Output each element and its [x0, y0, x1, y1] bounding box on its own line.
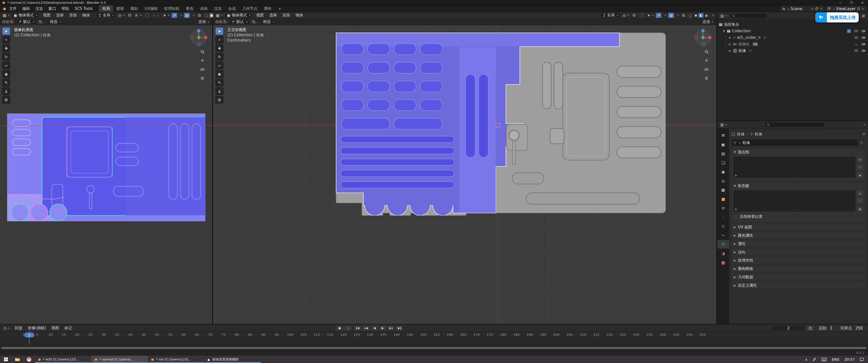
- tool-button[interactable]: ↻: [2, 53, 10, 61]
- collapsed-panel[interactable]: ▶ 重构网格 ····: [732, 265, 866, 272]
- add-shape-key-button[interactable]: ＋: [857, 190, 864, 197]
- gizmo-dropdown[interactable]: [662, 13, 667, 18]
- panel-grip-icon[interactable]: ····: [859, 234, 863, 237]
- outliner-search[interactable]: [730, 13, 768, 19]
- tool-button[interactable]: ⊞: [215, 96, 223, 104]
- snap-magnet-icon[interactable]: [127, 13, 133, 18]
- copy-icon[interactable]: [815, 7, 818, 10]
- breadcrumb-data[interactable]: 柱体: [755, 132, 762, 137]
- timeline-menu-item[interactable]: 抠像(插帧): [25, 325, 49, 331]
- panel-grip-icon[interactable]: ····: [859, 242, 863, 245]
- expand-icon[interactable]: ▶: [728, 43, 732, 45]
- show-object-types-dropdown[interactable]: ➤: [162, 13, 170, 18]
- ortho-toggle-icon[interactable]: ⊞: [703, 75, 710, 81]
- outliner-row-camera[interactable]: ▶ 摄像机: [719, 41, 868, 47]
- pivot-dropdown[interactable]: ◎: [621, 13, 630, 18]
- expand-icon[interactable]: ▶: [734, 234, 736, 237]
- breadcrumb-object[interactable]: 柱体: [737, 132, 745, 137]
- expand-icon[interactable]: ▶: [734, 284, 736, 287]
- menu-item[interactable]: 帮助: [59, 6, 72, 11]
- tool-button[interactable]: ∡: [215, 87, 223, 95]
- pan-icon[interactable]: ✛: [199, 57, 206, 64]
- gizmo-dropdown[interactable]: [178, 13, 183, 18]
- vertex-groups-panel-header[interactable]: ▼ 顶点组 ····: [732, 149, 866, 156]
- tool-button[interactable]: ⊞: [2, 96, 10, 104]
- panel-grip-icon[interactable]: ····: [859, 259, 863, 262]
- taskbar-window-normal[interactable]: * normal [C:\Users\...: [91, 356, 148, 363]
- workspace-tab[interactable]: 合成: [225, 5, 239, 12]
- navigation-gizmo[interactable]: [694, 29, 712, 47]
- tray-expand-icon[interactable]: ∧: [805, 358, 807, 362]
- shading-wireframe[interactable]: ◯: [203, 13, 209, 18]
- collapsed-panel[interactable]: ▶ 几何数据 ····: [732, 273, 866, 280]
- row-label[interactable]: 柱体: [739, 48, 746, 53]
- jump-to-start-button[interactable]: [354, 325, 362, 331]
- options-button[interactable]: 选项: [701, 20, 714, 25]
- unlink-icon[interactable]: ✕: [820, 7, 822, 10]
- workspace-tab[interactable]: 脚本: [261, 5, 275, 12]
- collapsed-panel[interactable]: ▶ 自定义属性 ····: [732, 282, 866, 289]
- viewport-menu-item[interactable]: 选择: [267, 12, 280, 18]
- frame-end-field[interactable]: 结束点 250: [837, 325, 866, 331]
- collapse-icon[interactable]: ▼: [734, 184, 736, 188]
- input-method-icon[interactable]: [812, 358, 816, 362]
- workspace-tab[interactable]: 动画: [197, 5, 211, 12]
- datablock-name[interactable]: 柱体: [743, 140, 750, 145]
- start-value[interactable]: 1: [830, 326, 833, 330]
- row-label[interactable]: 场景集合: [724, 22, 739, 27]
- fake-user-shield-icon[interactable]: [858, 139, 866, 146]
- properties-tab[interactable]: ⚒: [717, 131, 729, 140]
- view-layer-dropdown-arrow[interactable]: [832, 6, 834, 11]
- menu-item[interactable]: 窗口: [46, 6, 59, 11]
- list-resize-icon[interactable]: ▶: [735, 174, 737, 177]
- viewport-menu-item[interactable]: 添加: [280, 12, 293, 18]
- tool-button[interactable]: ◉: [215, 70, 223, 78]
- tool-button[interactable]: ➤: [2, 27, 10, 35]
- workspace-tab[interactable]: 雕刻: [127, 5, 141, 12]
- properties-tab[interactable]: ⊙: [717, 222, 729, 230]
- viewport-menu-item[interactable]: 添加: [66, 12, 80, 18]
- workspace-tab[interactable]: 建模: [113, 5, 127, 12]
- orientation-dropdown[interactable]: ↥全局: [96, 13, 116, 18]
- tool-button[interactable]: ✚: [2, 44, 10, 52]
- show-object-types-dropdown[interactable]: ➤: [646, 13, 655, 18]
- expand-icon[interactable]: ▶: [734, 275, 736, 279]
- file-explorer-icon[interactable]: [11, 356, 23, 363]
- workspace-tab[interactable]: 布局: [99, 5, 113, 12]
- properties-tab[interactable]: ▽: [717, 240, 729, 249]
- pinned-app-avatar-icon[interactable]: [23, 356, 35, 363]
- timeline-scrollbar[interactable]: [0, 346, 868, 350]
- expand-icon[interactable]: ▶: [734, 267, 736, 270]
- viewport-menu-item[interactable]: 物体: [80, 12, 93, 18]
- hide-eye-icon[interactable]: [855, 36, 858, 39]
- snap-settings-dropdown[interactable]: ⊪: [134, 13, 143, 18]
- properties-tab[interactable]: ▩: [717, 258, 729, 267]
- jump-to-end-button[interactable]: [395, 325, 403, 331]
- vertex-groups-list[interactable]: ▶ ····: [734, 157, 856, 178]
- panel-grip-icon[interactable]: ····: [859, 251, 863, 254]
- panel-grip-icon[interactable]: ····: [859, 284, 863, 287]
- editor-type-icon[interactable]: ▦: [1, 13, 10, 18]
- editor-type-icon[interactable]: ▦: [215, 13, 224, 18]
- copy-icon[interactable]: [857, 7, 860, 10]
- outliner-row-mesh[interactable]: ▶ ▽ et5_under_n ▽: [719, 34, 868, 41]
- expand-icon[interactable]: ▶: [734, 226, 736, 229]
- pin-icon[interactable]: [811, 7, 814, 10]
- expand-icon[interactable]: ▶: [728, 50, 732, 52]
- shading-wireframe[interactable]: ◯: [687, 13, 693, 18]
- zoom-icon[interactable]: [199, 48, 206, 55]
- viewport-menu-item[interactable]: 视图: [253, 12, 267, 18]
- collapsed-panel[interactable]: ▶ 颜色属性 ····: [732, 232, 866, 239]
- end-value[interactable]: 250: [856, 326, 863, 330]
- list-grip-icon[interactable]: ····: [795, 174, 799, 177]
- gizmo-toggle[interactable]: ↗: [172, 13, 177, 18]
- render-visibility-icon[interactable]: [862, 30, 866, 33]
- viewport-canvas[interactable]: 正交前视图 (2) Collection | 柱体 Centimeters ➤⌖…: [213, 25, 716, 324]
- tool-button[interactable]: ✎: [215, 79, 223, 87]
- properties-tab[interactable]: ∴: [717, 213, 729, 221]
- timeline-menu-item[interactable]: 视图: [49, 325, 62, 331]
- workspace-tab[interactable]: 纹理绘制: [161, 5, 183, 12]
- tool-button[interactable]: ⌖: [215, 36, 223, 44]
- tool-orientation-dropdown[interactable]: ↱默认: [230, 20, 250, 25]
- pan-icon[interactable]: ✛: [703, 57, 710, 64]
